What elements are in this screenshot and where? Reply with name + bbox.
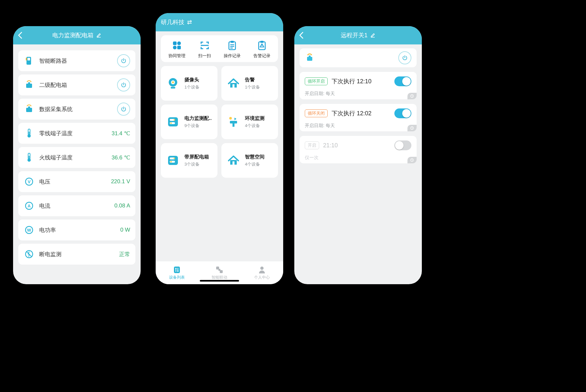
schedule-card[interactable]: 开启 21:10 仅一次 xyxy=(300,136,417,163)
camera-icon xyxy=(165,76,181,91)
device-card[interactable]: 告警 1个设备 xyxy=(221,66,278,101)
edit-icon[interactable] xyxy=(370,33,375,38)
home-indicator xyxy=(200,280,239,282)
device-card[interactable]: 电力监测配.. 9个设备 xyxy=(161,105,217,139)
metric-value: 36.6 ℃ xyxy=(112,154,130,161)
card-sub: 4个设备 xyxy=(245,161,265,167)
svg-rect-20 xyxy=(173,41,177,45)
device-box-icon xyxy=(305,53,315,63)
metric-row[interactable]: A 电流 0.08 A xyxy=(18,195,135,216)
metric-label: 电压 xyxy=(39,178,111,186)
nopower-icon xyxy=(24,250,35,259)
card-title: 带屏配电箱 xyxy=(184,154,209,160)
metric-row[interactable]: V 电压 220.1 V xyxy=(18,171,135,192)
metric-label: 二级配电箱 xyxy=(39,81,117,89)
metric-label: 火线端子温度 xyxy=(39,154,112,161)
device-card[interactable]: 智慧空间 4个设备 xyxy=(221,143,278,178)
svg-rect-4 xyxy=(28,82,30,84)
card-sub: 3个设备 xyxy=(184,161,209,167)
brand-title: 研几科技 xyxy=(161,18,184,26)
edit-icon[interactable] xyxy=(96,33,101,38)
metric-label: 数据采集系统 xyxy=(39,106,117,113)
card-title: 告警 xyxy=(245,77,260,83)
svg-text:W: W xyxy=(27,228,31,233)
schedule-note: 开启日期: 每天 xyxy=(305,123,411,129)
tab-item[interactable]: 智能联动 xyxy=(212,266,227,280)
svg-rect-24 xyxy=(201,45,209,46)
metric-row[interactable]: W 电功率 0 W xyxy=(18,220,135,240)
panel-icon xyxy=(165,114,181,129)
thermo-icon xyxy=(24,153,35,162)
house-icon xyxy=(226,153,241,168)
svg-point-29 xyxy=(262,46,262,47)
svg-rect-44 xyxy=(168,156,178,165)
tool-item[interactable]: 告警记录 xyxy=(253,40,270,59)
power-button[interactable] xyxy=(117,103,130,116)
metric-row[interactable]: 断电监测 正常 xyxy=(18,244,135,265)
schedule-exec: 下次执行 12:10 xyxy=(332,77,390,85)
svg-rect-12 xyxy=(29,156,30,160)
panel-icon xyxy=(165,153,181,168)
svg-rect-2 xyxy=(26,58,27,60)
svg-point-48 xyxy=(170,161,172,162)
page-title: 电力监测配电箱 xyxy=(52,31,94,39)
svg-rect-22 xyxy=(173,46,177,49)
schedule-card[interactable]: 循环开启 下次执行 12:10 开启日期: 每天 xyxy=(300,72,417,99)
metric-label: 断电监测 xyxy=(39,251,119,258)
thermo-icon xyxy=(24,128,35,138)
clock-icon xyxy=(407,125,417,131)
schedule-tag: 循环关闭 xyxy=(305,109,328,117)
tool-label: 告警记录 xyxy=(253,53,270,59)
metric-row[interactable]: 数据采集系统 xyxy=(18,99,135,120)
svg-rect-36 xyxy=(168,117,178,126)
svg-rect-49 xyxy=(233,161,234,165)
svg-point-58 xyxy=(260,267,264,270)
schedule-toggle[interactable] xyxy=(394,108,411,118)
tool-item[interactable]: 操作记录 xyxy=(224,40,241,59)
tab-icon xyxy=(258,266,266,274)
card-title: 环境监测 xyxy=(245,115,265,122)
card-sub: 1个设备 xyxy=(184,84,199,90)
card-title: 摄像头 xyxy=(184,77,199,83)
header-bar: 研几科技 ⇄ xyxy=(156,13,283,31)
phone-monitor: 电力监测配电箱 智能断路器 二级配电箱 数据采集系统 零线端子温度 31.4 ℃… xyxy=(13,26,141,284)
metric-row[interactable]: 火线端子温度 36.6 ℃ xyxy=(18,147,135,168)
device-row[interactable] xyxy=(300,48,417,67)
device-card[interactable]: 带屏配电箱 3个设备 xyxy=(161,143,217,178)
clock-icon xyxy=(407,157,417,163)
card-sub: 9个设备 xyxy=(184,123,212,129)
circV-icon: V xyxy=(24,177,35,186)
svg-point-41 xyxy=(229,117,232,120)
tab-item[interactable]: 设备列表 xyxy=(169,266,185,280)
svg-rect-42 xyxy=(230,121,237,123)
tool-item[interactable]: 协同管理 xyxy=(168,40,185,59)
schedule-toggle[interactable] xyxy=(394,140,411,150)
schedule-exec: 21:10 xyxy=(323,142,390,149)
svg-rect-23 xyxy=(177,46,181,49)
tab-icon xyxy=(173,266,181,274)
metric-row[interactable]: 二级配电箱 xyxy=(18,74,135,95)
schedule-card[interactable]: 循环关闭 下次执行 12:02 开启日期: 每天 xyxy=(300,104,417,131)
swap-icon[interactable]: ⇄ xyxy=(187,19,192,26)
header-bar: 电力监测配电箱 xyxy=(13,26,141,44)
tab-icon xyxy=(215,266,224,274)
breaker-icon xyxy=(24,56,35,66)
metric-value: 0 W xyxy=(120,227,130,233)
house-icon xyxy=(226,76,241,91)
metric-row[interactable]: 零线端子温度 31.4 ℃ xyxy=(18,123,135,144)
metric-row[interactable]: 智能断路器 xyxy=(18,50,135,71)
device-card[interactable]: 摄像头 1个设备 xyxy=(161,66,217,101)
metric-label: 电功率 xyxy=(39,226,120,234)
power-button[interactable] xyxy=(117,78,130,91)
tool-item[interactable]: 扫一扫 xyxy=(198,40,211,59)
device-card[interactable]: 环境监测 4个设备 xyxy=(221,105,278,139)
power-button[interactable] xyxy=(117,54,130,67)
back-button[interactable] xyxy=(18,26,22,44)
tab-item[interactable]: 个人中心 xyxy=(254,266,270,280)
schedule-toggle[interactable] xyxy=(394,76,411,86)
power-button[interactable] xyxy=(398,51,411,64)
box-icon xyxy=(24,104,35,114)
svg-point-38 xyxy=(174,119,175,121)
back-button[interactable] xyxy=(299,26,303,44)
tab-label: 个人中心 xyxy=(254,275,270,280)
